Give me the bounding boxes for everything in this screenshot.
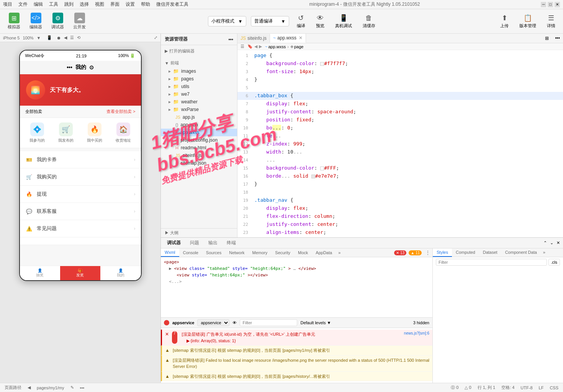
- folder-pages[interactable]: ▶ 📁 pages: [161, 75, 237, 83]
- refresh-button[interactable]: ↺ 编译: [294, 12, 308, 30]
- devtools-expand-icon[interactable]: ⌃: [543, 240, 547, 245]
- auction-link[interactable]: 查看全部拍卖 >: [106, 109, 135, 114]
- debugger-button[interactable]: ⚙ 调试器: [48, 11, 67, 31]
- styles-tab-dataset[interactable]: Dataset: [479, 248, 501, 257]
- editor-split-icon[interactable]: ⊞: [542, 34, 552, 42]
- devtools-tab-issues[interactable]: 问题: [187, 239, 202, 247]
- maximize-button[interactable]: □: [548, 2, 553, 7]
- inner-tab-network[interactable]: Network: [225, 249, 248, 256]
- menu-item-settings[interactable]: 设置: [126, 1, 135, 8]
- inner-tab-appdata[interactable]: AppData: [312, 249, 336, 256]
- file-sitemapjson[interactable]: {} sitemap.json: [161, 159, 237, 167]
- file-readme[interactable]: H readme.html: [161, 144, 237, 152]
- close-button[interactable]: ✕: [555, 2, 560, 7]
- styles-tabs-more-icon[interactable]: »: [541, 248, 548, 257]
- menu-item-goto[interactable]: 跳到: [64, 1, 74, 8]
- clear-cache-button[interactable]: 🗑 清缓存: [360, 13, 378, 30]
- rotate-icon[interactable]: ⟲: [77, 35, 80, 40]
- edit-icon[interactable]: ✎: [70, 385, 74, 390]
- devtools-tab-terminal[interactable]: 终端: [224, 239, 239, 247]
- zoom-dropdown-icon[interactable]: ▼: [37, 36, 41, 40]
- nav-prize[interactable]: 🎁 发奖: [60, 266, 100, 280]
- tab-siteinfo[interactable]: JS siteinfo.js: [237, 34, 270, 42]
- compile-dropdown[interactable]: 普通编译 ▼: [251, 16, 289, 26]
- action-participate[interactable]: 💠 我参与的: [29, 122, 45, 143]
- file-siteinfojs[interactable]: JS siteinfo.js: [161, 152, 237, 159]
- devtools-inner-more-icon[interactable]: ⋮: [423, 249, 432, 256]
- frontend-title[interactable]: ▼ 前端: [161, 59, 237, 67]
- nav-mine[interactable]: 👤 我的: [100, 266, 141, 280]
- menu-item-file[interactable]: 文件: [18, 1, 28, 8]
- cls-button[interactable]: .cls: [548, 259, 560, 266]
- action-publish[interactable]: 🛒 我发布的: [58, 122, 74, 143]
- editor-more-icon[interactable]: •••: [552, 34, 563, 42]
- real-test-button[interactable]: 📱 真机调试: [332, 12, 355, 30]
- file-appjs[interactable]: JS app.js: [161, 113, 237, 121]
- console-close-icon[interactable]: [164, 320, 169, 325]
- menu-item-coupon[interactable]: 🎫 我的卡券 ›: [20, 151, 141, 168]
- simulator-button[interactable]: ⊞ 模拟器: [5, 11, 23, 31]
- cloud-button[interactable]: ☁ 云开发: [70, 11, 89, 31]
- mode-dropdown[interactable]: 小程序模式 ▼: [208, 16, 246, 26]
- styles-tab-component[interactable]: Component Data: [501, 248, 541, 257]
- devtools-collapse-icon[interactable]: ⌄: [550, 240, 553, 245]
- inner-tab-mock[interactable]: Mock: [294, 249, 312, 256]
- devtools-tab-output[interactable]: 输出: [205, 239, 221, 247]
- breadcrumb-forward-icon[interactable]: ▶: [259, 44, 262, 49]
- file-appwxss[interactable]: ~ app.wxss: [161, 129, 237, 136]
- menu-item-view[interactable]: 视图: [95, 1, 104, 8]
- action-address[interactable]: 🏠 收货地址: [116, 122, 131, 143]
- menu-item-weixin[interactable]: 微信开发者工具: [156, 1, 188, 8]
- menu-item-project[interactable]: 项目: [3, 1, 12, 8]
- folder-weather[interactable]: ▶ 📁 weather: [161, 98, 237, 106]
- inner-tab-security[interactable]: Security: [271, 249, 294, 256]
- console-filter-input[interactable]: [240, 319, 297, 326]
- file-appjson[interactable]: {} app.json: [161, 121, 237, 129]
- devtools-close-icon[interactable]: ✕: [556, 240, 560, 245]
- inner-tab-more-icon[interactable]: »: [336, 249, 343, 256]
- menu-item-service[interactable]: 💬 联系客服 ›: [20, 203, 141, 220]
- detail-button[interactable]: ☰ 详情: [544, 12, 558, 30]
- back-icon[interactable]: ◀: [64, 35, 67, 40]
- folder-wxparse[interactable]: ▶ 📁 wxParse: [161, 106, 237, 113]
- preview-button[interactable]: 👁 预览: [313, 13, 327, 30]
- file-projectconfig[interactable]: {} project.config.json: [161, 136, 237, 144]
- folder-utils[interactable]: ▶ 📁 utils: [161, 83, 237, 90]
- menu-item-edit[interactable]: 编辑: [34, 1, 43, 8]
- folder-images[interactable]: ▶ 📁 images: [161, 67, 237, 75]
- inner-tab-console[interactable]: Console: [179, 249, 202, 256]
- version-button[interactable]: 📋 版本管理: [516, 12, 539, 30]
- record-icon[interactable]: ⏺: [57, 36, 61, 40]
- inner-tab-memory[interactable]: Memory: [249, 249, 272, 256]
- menu-item-faq[interactable]: ⚠️ 常见问题 ›: [20, 220, 141, 237]
- menu-item-select[interactable]: 选择: [80, 1, 89, 8]
- menu-item-help[interactable]: 帮助: [141, 1, 150, 8]
- nav-lottery[interactable]: 👤 抽奖: [20, 266, 60, 280]
- minimize-button[interactable]: ─: [541, 2, 546, 7]
- action-won[interactable]: 🔥 我中买的: [87, 122, 102, 143]
- error-source-1[interactable]: news.js?[sm]:6: [404, 331, 429, 344]
- menu-item-interface[interactable]: 界面: [110, 1, 119, 8]
- menu-item-withdraw[interactable]: 🔥 提现 ›: [20, 186, 141, 203]
- inner-tab-wxml[interactable]: Wxml: [161, 248, 179, 257]
- open-editors-title[interactable]: ▶ 打开的编辑器: [161, 47, 237, 56]
- folder-we7[interactable]: ▶ 📁 we7: [161, 90, 237, 98]
- styles-tab-styles[interactable]: Styles: [433, 248, 452, 257]
- resource-more-icon[interactable]: •••: [228, 37, 233, 42]
- devtools-tab-debugger[interactable]: 调试器: [164, 239, 184, 247]
- console-service-select[interactable]: appservice: [197, 319, 229, 326]
- tab-appwxss[interactable]: ~ app.wxss ✕: [270, 34, 306, 43]
- outline-section[interactable]: ▶ 大纲: [161, 228, 237, 237]
- expand-icon[interactable]: ⤢: [154, 35, 157, 40]
- console-eye-icon[interactable]: 👁: [232, 320, 237, 325]
- code-editor[interactable]: 1 page { 2 background-color: #f7f7f7; 3 …: [237, 50, 563, 237]
- styles-tab-computed[interactable]: Computed: [452, 248, 479, 257]
- tab-close-icon[interactable]: ✕: [299, 35, 303, 41]
- menu-item-tools[interactable]: 工具: [49, 1, 58, 8]
- styles-filter-input[interactable]: [436, 259, 547, 266]
- forward-icon[interactable]: ☰: [70, 35, 74, 40]
- inner-tab-sources[interactable]: Sources: [202, 249, 225, 256]
- menu-item-purchase[interactable]: 🛒 我购买的 ›: [20, 168, 141, 186]
- editor-button[interactable]: </> 编辑器: [26, 11, 45, 31]
- upload-button[interactable]: ⬆ 上传: [497, 12, 512, 30]
